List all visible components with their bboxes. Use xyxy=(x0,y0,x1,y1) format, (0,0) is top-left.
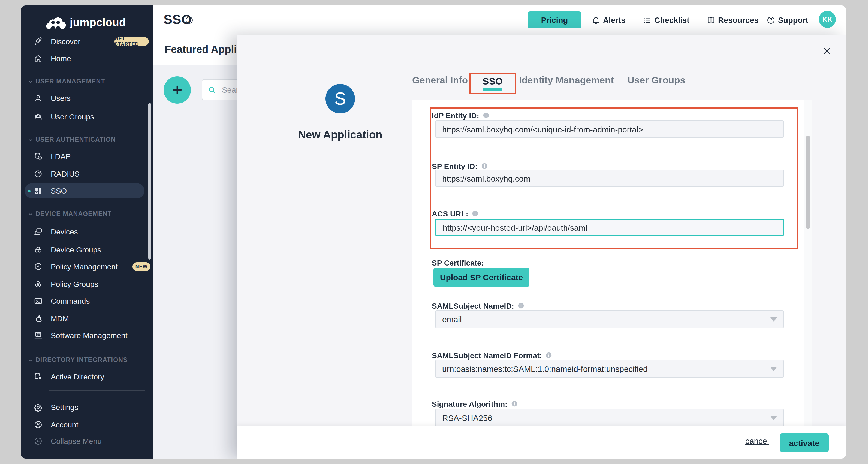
question-circle-icon xyxy=(767,16,775,25)
brand-logo[interactable]: jumpcloud xyxy=(45,14,126,31)
sp-entity-id-label-row: SP Entity ID: xyxy=(432,162,488,170)
sidebar-section-user-management[interactable]: USER MANAGEMENT xyxy=(21,77,153,86)
radius-icon xyxy=(34,169,42,178)
sidebar-item-label: Commands xyxy=(51,297,90,305)
top-header: SSO Pricing Alerts Checklist Resources xyxy=(153,5,846,35)
activate-button[interactable]: activate xyxy=(780,433,829,452)
tab-identity-management[interactable]: Identity Management xyxy=(519,75,614,86)
featured-applications-title: Featured Applica xyxy=(165,43,248,56)
sidebar-scrollbar-thumb[interactable] xyxy=(148,103,151,259)
sidebar: jumpcloud Discover GET STARTED Home xyxy=(21,5,153,459)
avatar[interactable]: KK xyxy=(819,11,836,28)
sidebar-item-label: Device Groups xyxy=(51,245,101,254)
sp-certificate-label: SP Certificate: xyxy=(432,258,484,267)
sidebar-item-label: Software Management xyxy=(51,331,128,340)
sidebar-item-users[interactable]: Users xyxy=(21,91,153,106)
info-icon[interactable] xyxy=(510,400,518,407)
sidebar-item-device-groups[interactable]: Device Groups xyxy=(21,242,153,257)
software-management-icon xyxy=(34,331,42,340)
close-icon[interactable] xyxy=(819,43,834,58)
sidebar-item-software-management[interactable]: Software Management xyxy=(21,328,153,343)
sidebar-item-policy-management[interactable]: Policy Management NEW xyxy=(21,259,153,274)
sidebar-section-user-authentication[interactable]: USER AUTHENTICATION xyxy=(21,135,153,144)
resources-button[interactable]: Resources xyxy=(707,5,758,35)
pricing-button[interactable]: Pricing xyxy=(528,11,581,28)
application-logo: S xyxy=(326,84,355,114)
nameid-select[interactable]: email xyxy=(435,310,784,328)
get-started-badge: GET STARTED xyxy=(115,37,149,46)
home-icon xyxy=(34,54,42,63)
nameid-format-selected-value: urn:oasis:names:tc:SAML:1.0:nameid-forma… xyxy=(442,364,648,373)
sidebar-item-label: Discover xyxy=(51,37,81,46)
signature-algorithm-label: Signature Algorithm: xyxy=(432,399,507,408)
info-icon[interactable] xyxy=(483,112,490,119)
gear-icon xyxy=(34,403,42,412)
tab-general-info[interactable]: General Info xyxy=(412,75,468,86)
ldap-database-icon xyxy=(34,152,42,161)
apple-mdm-icon xyxy=(34,314,42,323)
idp-entity-id-input[interactable] xyxy=(435,121,784,138)
info-icon[interactable] xyxy=(185,16,193,25)
sidebar-item-home[interactable]: Home xyxy=(21,51,153,66)
sidebar-item-active-directory[interactable]: Active Directory xyxy=(21,369,153,384)
sidebar-item-collapse-menu[interactable]: Collapse Menu xyxy=(21,433,153,449)
support-button[interactable]: Support xyxy=(767,5,808,35)
support-label: Support xyxy=(778,16,808,25)
sidebar-item-mdm[interactable]: MDM xyxy=(21,311,153,326)
featured-applications-bar: Featured Applica xyxy=(153,35,245,65)
section-label: USER AUTHENTICATION xyxy=(35,136,116,143)
modal-footer: cancel activate xyxy=(237,426,846,459)
cancel-link[interactable]: cancel xyxy=(745,436,769,445)
upload-sp-certificate-button[interactable]: Upload SP Certificate xyxy=(433,268,529,287)
add-application-button[interactable] xyxy=(163,76,191,103)
sidebar-item-label: Devices xyxy=(51,227,78,236)
devices-icon xyxy=(34,227,42,236)
sidebar-item-sso[interactable]: SSO xyxy=(21,183,153,198)
sidebar-item-commands[interactable]: Commands xyxy=(21,293,153,309)
dropdown-caret-icon xyxy=(770,367,777,371)
sidebar-section-directory-integrations[interactable]: DIRECTORY INTEGRATIONS xyxy=(21,355,153,364)
new-application-modal: S New Application General Info SSO Ident… xyxy=(237,35,846,459)
active-directory-icon xyxy=(34,372,42,381)
sp-entity-id-input[interactable] xyxy=(435,169,784,187)
info-icon[interactable] xyxy=(481,162,488,169)
sidebar-item-label: Policy Groups xyxy=(51,280,98,288)
sidebar-item-label: Policy Management xyxy=(51,262,118,271)
sidebar-item-label: Collapse Menu xyxy=(51,437,102,445)
sidebar-item-policy-groups[interactable]: Policy Groups xyxy=(21,276,153,292)
info-icon[interactable] xyxy=(518,302,525,309)
checklist-button[interactable]: Checklist xyxy=(643,5,689,35)
stage: jumpcloud Discover GET STARTED Home xyxy=(0,0,868,464)
sidebar-item-user-groups[interactable]: User Groups xyxy=(21,109,153,124)
sidebar-section-device-management[interactable]: DEVICE MANAGEMENT xyxy=(21,209,153,218)
sidebar-item-settings[interactable]: Settings xyxy=(21,400,153,415)
acs-url-input[interactable] xyxy=(435,219,784,236)
nameid-format-label: SAMLSubject NameID Format: xyxy=(432,351,542,360)
alerts-label: Alerts xyxy=(603,16,625,25)
sidebar-item-ldap[interactable]: LDAP xyxy=(21,149,153,164)
dropdown-caret-icon xyxy=(770,317,777,321)
modal-scrollbar-thumb[interactable] xyxy=(806,136,810,229)
jumpcloud-cloud-icon xyxy=(45,15,66,30)
chevron-down-icon xyxy=(28,137,33,143)
sidebar-item-label: SSO xyxy=(51,186,67,195)
nameid-format-label-row: SAMLSubject NameID Format: xyxy=(432,351,553,359)
tab-user-groups[interactable]: User Groups xyxy=(627,75,685,86)
info-icon[interactable] xyxy=(546,352,553,359)
checklist-label: Checklist xyxy=(654,16,689,25)
nameid-label-row: SAMLSubject NameID: xyxy=(432,302,525,310)
alerts-button[interactable]: Alerts xyxy=(592,5,625,35)
sidebar-item-radius[interactable]: RADIUS xyxy=(21,166,153,182)
acs-url-label: ACS URL: xyxy=(432,209,468,218)
tab-sso[interactable]: SSO xyxy=(469,73,516,94)
sidebar-item-discover[interactable]: Discover GET STARTED xyxy=(21,34,153,49)
idp-entity-id-label: IdP Entity ID: xyxy=(432,111,479,120)
signature-algorithm-select[interactable]: RSA-SHA256 xyxy=(435,409,784,427)
nameid-selected-value: email xyxy=(442,315,462,324)
sidebar-item-account[interactable]: Account xyxy=(21,417,153,432)
nameid-format-select[interactable]: urn:oasis:names:tc:SAML:1.0:nameid-forma… xyxy=(435,360,784,378)
new-badge: NEW xyxy=(132,262,151,271)
book-icon xyxy=(707,16,715,25)
info-icon[interactable] xyxy=(472,210,479,217)
sidebar-item-devices[interactable]: Devices xyxy=(21,224,153,239)
